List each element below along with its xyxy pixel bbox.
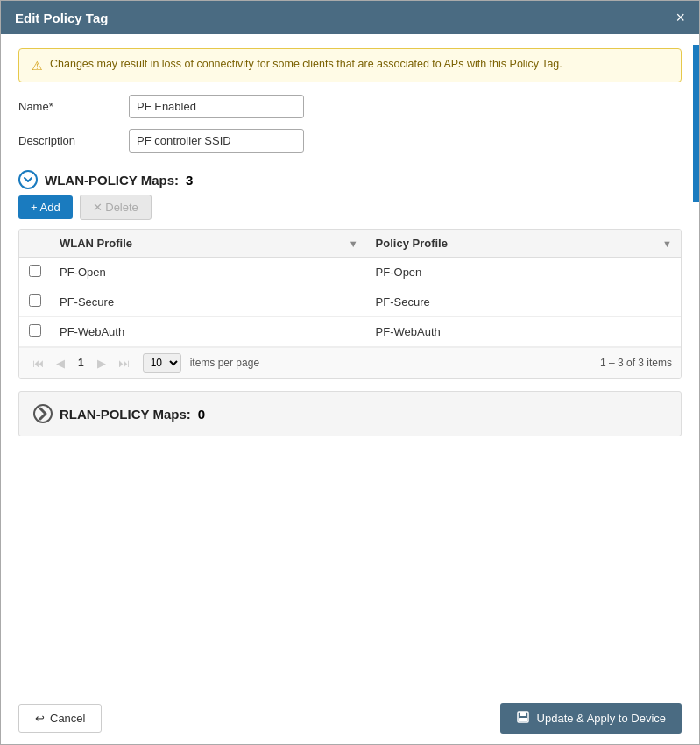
items-per-page-label: items per page <box>190 357 259 369</box>
cancel-button[interactable]: ↩ Cancel <box>18 704 102 733</box>
rlan-section: RLAN-POLICY Maps: 0 <box>18 391 682 436</box>
row-checkbox-cell[interactable] <box>19 317 51 347</box>
policy-profile-sort-icon: ▼ <box>662 238 672 249</box>
rlan-collapse-toggle[interactable] <box>33 404 53 423</box>
cancel-label: Cancel <box>50 712 85 725</box>
wlan-profile-cell: PF-Secure <box>51 287 367 317</box>
table-row: PF-WebAuth PF-WebAuth <box>19 317 681 347</box>
warning-text: Changes may result in loss of connectivi… <box>50 58 562 70</box>
pagination-controls: ⏮ ◀ 1 ▶ ⏭ 10 25 50 items per page <box>28 353 259 372</box>
pagination-summary: 1 – 3 of 3 items <box>600 357 672 369</box>
wlan-table-header-row: WLAN Profile ▼ Policy Profile ▼ <box>19 230 681 258</box>
warning-banner: ⚠ Changes may result in loss of connecti… <box>18 48 682 82</box>
policy-profile-cell: PF-WebAuth <box>367 317 681 347</box>
warning-icon: ⚠ <box>32 59 43 73</box>
scrollbar-thumb[interactable] <box>693 45 699 202</box>
svg-rect-2 <box>519 718 527 721</box>
description-label: Description <box>18 134 115 147</box>
modal-header: Edit Policy Tag × <box>1 1 699 34</box>
description-input[interactable] <box>129 129 304 153</box>
description-row: Description <box>18 129 682 153</box>
policy-profile-cell: PF-Open <box>367 258 681 287</box>
name-input[interactable] <box>129 95 304 118</box>
policy-profile-cell: PF-Secure <box>367 287 681 317</box>
wlan-section-count: 3 <box>186 173 193 188</box>
last-page-button[interactable]: ⏭ <box>114 355 134 372</box>
first-page-button[interactable]: ⏮ <box>28 355 48 372</box>
add-wlan-button[interactable]: + Add <box>18 195 73 219</box>
row-checkbox[interactable] <box>29 324 41 337</box>
policy-profile-col-header[interactable]: Policy Profile ▼ <box>367 230 681 258</box>
row-checkbox-cell[interactable] <box>19 287 51 317</box>
wlan-section: WLAN-POLICY Maps: 3 + Add ✕ Delete <box>18 165 682 379</box>
wlan-table-container: WLAN Profile ▼ Policy Profile ▼ <box>18 229 682 379</box>
current-page: 1 <box>73 355 89 371</box>
next-page-button[interactable]: ▶ <box>93 355 110 372</box>
rlan-section-count: 0 <box>198 407 205 422</box>
wlan-profile-cell: PF-WebAuth <box>51 317 367 347</box>
wlan-section-title: WLAN-POLICY Maps: <box>45 173 179 188</box>
delete-wlan-button: ✕ Delete <box>80 195 152 220</box>
wlan-section-header: WLAN-POLICY Maps: 3 <box>18 165 682 195</box>
modal-body: ⚠ Changes may result in loss of connecti… <box>1 34 699 692</box>
cancel-icon: ↩ <box>35 712 45 725</box>
row-checkbox[interactable] <box>29 265 41 277</box>
modal-footer: ↩ Cancel Update & Apply to Device <box>1 692 699 744</box>
update-apply-button[interactable]: Update & Apply to Device <box>500 703 682 734</box>
svg-rect-1 <box>520 712 526 716</box>
prev-page-button[interactable]: ◀ <box>52 355 69 372</box>
wlan-pagination: ⏮ ◀ 1 ▶ ⏭ 10 25 50 items per page 1 – 3 … <box>19 347 681 378</box>
name-label: Name* <box>18 100 115 113</box>
row-checkbox[interactable] <box>29 294 41 307</box>
wlan-table: WLAN Profile ▼ Policy Profile ▼ <box>19 230 681 347</box>
row-checkbox-cell[interactable] <box>19 258 51 287</box>
update-label: Update & Apply to Device <box>537 712 666 725</box>
table-row: PF-Open PF-Open <box>19 258 681 287</box>
close-button[interactable]: × <box>675 10 685 25</box>
modal-title: Edit Policy Tag <box>15 11 108 25</box>
wlan-profile-col-header[interactable]: WLAN Profile ▼ <box>51 230 367 258</box>
form-section: Name* Description <box>18 95 682 153</box>
wlan-select-all-col <box>19 230 51 258</box>
wlan-profile-cell: PF-Open <box>51 258 367 287</box>
wlan-toolbar: + Add ✕ Delete <box>18 195 682 220</box>
edit-policy-tag-modal: Edit Policy Tag × ⚠ Changes may result i… <box>0 0 700 745</box>
empty-space <box>18 449 682 678</box>
update-icon <box>516 710 530 727</box>
table-row: PF-Secure PF-Secure <box>19 287 681 317</box>
wlan-collapse-toggle[interactable] <box>18 170 38 189</box>
per-page-select[interactable]: 10 25 50 <box>143 353 181 372</box>
name-row: Name* <box>18 95 682 118</box>
wlan-profile-sort-icon: ▼ <box>349 238 358 249</box>
rlan-section-title: RLAN-POLICY Maps: <box>60 407 191 422</box>
